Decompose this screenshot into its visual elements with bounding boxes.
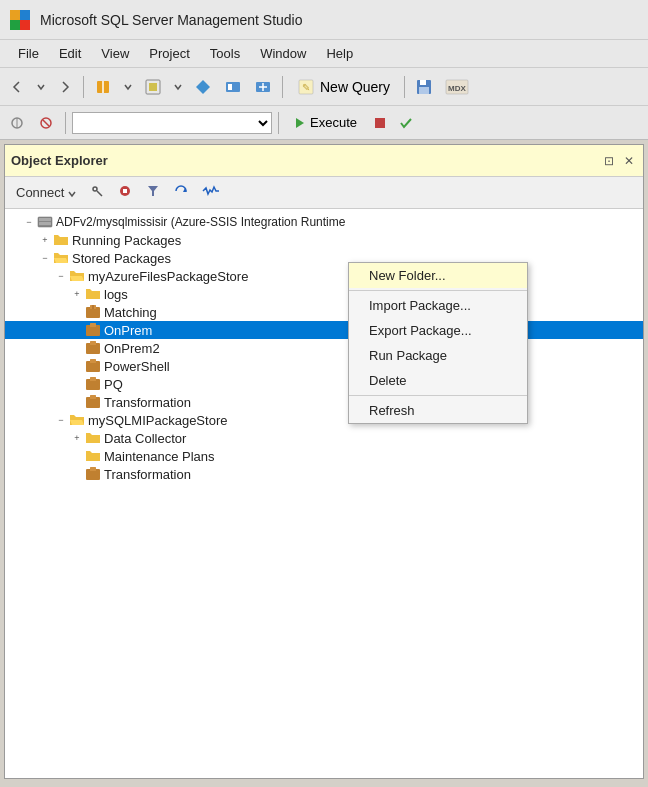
expand-icon[interactable]: + <box>69 430 85 446</box>
new-query-label: New Query <box>320 79 390 95</box>
back-button[interactable] <box>4 73 30 101</box>
running-label: Running Packages <box>72 233 181 248</box>
toolbar-sep-1 <box>83 76 84 98</box>
toolbar-tool2[interactable] <box>139 73 167 101</box>
stop-button[interactable] <box>369 109 391 137</box>
forward-button[interactable] <box>52 73 78 101</box>
ctx-import-package[interactable]: Import Package... <box>349 293 527 318</box>
toolbar-tool4[interactable] <box>219 73 247 101</box>
menu-project[interactable]: Project <box>139 44 199 63</box>
tree-item-azure[interactable]: − myAzureFilesPackageStore <box>5 267 643 285</box>
toolbar-mdx[interactable]: MDX <box>440 73 474 101</box>
ctx-refresh-label: Refresh <box>369 403 415 418</box>
svg-rect-41 <box>90 359 96 363</box>
server-icon <box>37 214 53 230</box>
svg-line-21 <box>43 120 49 126</box>
tree-item-server[interactable]: − ADFv2/mysqlmissisir (Azure-SSIS Integr… <box>5 213 643 231</box>
tree-item-matching[interactable]: Matching <box>5 303 643 321</box>
execute-label: Execute <box>310 115 357 130</box>
ctx-delete-label: Delete <box>369 373 407 388</box>
oe-header: Object Explorer ⊡ ✕ <box>5 145 643 177</box>
matching-label: Matching <box>104 305 157 320</box>
disconnect-icon[interactable] <box>33 109 59 137</box>
onprem-label: OnPrem <box>104 323 152 338</box>
back-dropdown[interactable] <box>32 73 50 101</box>
check-button[interactable] <box>394 109 418 137</box>
ctx-export-package[interactable]: Export Package... <box>349 318 527 343</box>
oe-header-icons: ⊡ ✕ <box>601 153 637 169</box>
tree-item-maintenance[interactable]: Maintenance Plans <box>5 447 643 465</box>
svg-rect-1 <box>20 10 30 20</box>
close-icon[interactable]: ✕ <box>621 153 637 169</box>
filter-button[interactable] <box>85 181 109 204</box>
onprem2-label: OnPrem2 <box>104 341 160 356</box>
execute-button[interactable]: Execute <box>285 111 366 134</box>
tree-item-running[interactable]: + Running Packages <box>5 231 643 249</box>
tree-item-transformation2[interactable]: Transformation <box>5 465 643 483</box>
toolbar-dropdown1[interactable] <box>119 73 137 101</box>
toolbar-dropdown2[interactable] <box>169 73 187 101</box>
svg-line-25 <box>97 191 102 196</box>
object-explorer-tree: − ADFv2/mysqlmissisir (Azure-SSIS Integr… <box>5 209 643 778</box>
logs-label: logs <box>104 287 128 302</box>
svg-rect-39 <box>90 341 96 345</box>
toolbar-save[interactable] <box>410 73 438 101</box>
maintenance-label: Maintenance Plans <box>104 449 215 464</box>
datacollector-label: Data Collector <box>104 431 186 446</box>
ctx-delete[interactable]: Delete <box>349 368 527 393</box>
ctx-refresh[interactable]: Refresh <box>349 398 527 423</box>
toolbar-tool1[interactable] <box>89 73 117 101</box>
folder-icon <box>85 430 101 446</box>
database-dropdown[interactable] <box>72 112 272 134</box>
expand-icon[interactable]: + <box>69 286 85 302</box>
collapse-icon[interactable]: − <box>53 412 69 428</box>
tree-item-stored[interactable]: − Stored Packages <box>5 249 643 267</box>
package-icon <box>85 304 101 320</box>
svg-text:✎: ✎ <box>302 82 310 93</box>
expand-icon[interactable]: + <box>37 232 53 248</box>
svg-rect-37 <box>90 323 96 327</box>
collapse-icon[interactable]: − <box>53 268 69 284</box>
collapse-icon[interactable]: − <box>37 250 53 266</box>
svg-rect-0 <box>10 10 20 20</box>
menu-help[interactable]: Help <box>316 44 363 63</box>
svg-rect-2 <box>10 20 20 30</box>
tree-item-transformation[interactable]: Transformation <box>5 393 643 411</box>
transformation-label: Transformation <box>104 395 191 410</box>
activity-btn[interactable] <box>197 181 225 204</box>
package-icon <box>85 466 101 482</box>
ctx-run-package[interactable]: Run Package <box>349 343 527 368</box>
tree-item-pq[interactable]: PQ <box>5 375 643 393</box>
menu-window[interactable]: Window <box>250 44 316 63</box>
toolbar2-sep2 <box>278 112 279 134</box>
tree-item-mysqlmi[interactable]: − mySQLMIPackageStore <box>5 411 643 429</box>
svg-rect-3 <box>20 20 30 30</box>
server-label: ADFv2/mysqlmissisir (Azure-SSIS Integrat… <box>56 215 345 229</box>
menu-view[interactable]: View <box>91 44 139 63</box>
ctx-new-folder[interactable]: New Folder... <box>349 263 527 288</box>
toolbar-tool5[interactable] <box>249 73 277 101</box>
oe-filter-btn[interactable] <box>141 181 165 204</box>
menu-file[interactable]: File <box>8 44 49 63</box>
tree-item-onprem2[interactable]: OnPrem2 <box>5 339 643 357</box>
menu-tools[interactable]: Tools <box>200 44 250 63</box>
menu-edit[interactable]: Edit <box>49 44 91 63</box>
tree-item-logs[interactable]: + logs <box>5 285 643 303</box>
connect-button[interactable]: Connect <box>11 182 81 203</box>
svg-rect-45 <box>90 395 96 399</box>
ctx-export-label: Export Package... <box>369 323 472 338</box>
pin-icon[interactable]: ⊡ <box>601 153 617 169</box>
svg-rect-32 <box>39 222 51 225</box>
tree-item-powershell[interactable]: PowerShell <box>5 357 643 375</box>
tree-item-onprem[interactable]: OnPrem <box>5 321 643 339</box>
collapse-icon[interactable]: − <box>21 214 37 230</box>
tree-item-datacollector[interactable]: + Data Collector <box>5 429 643 447</box>
folder-icon <box>85 286 101 302</box>
new-query-button[interactable]: ✎ New Query <box>288 74 399 100</box>
stop-btn[interactable] <box>113 181 137 204</box>
toolbar-sep-3 <box>404 76 405 98</box>
refresh-btn[interactable] <box>169 181 193 204</box>
toolbar-tool3[interactable] <box>189 73 217 101</box>
connect-icon[interactable] <box>4 109 30 137</box>
svg-rect-23 <box>375 118 385 128</box>
